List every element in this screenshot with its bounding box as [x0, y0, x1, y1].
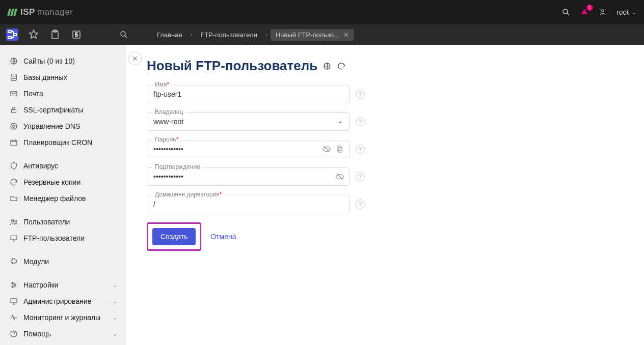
lock-icon: [9, 105, 18, 114]
svg-point-2: [602, 10, 604, 12]
logo-text-light: manager: [37, 7, 73, 17]
sidebar-item-label: Пользователи: [23, 218, 117, 226]
svg-rect-3: [8, 31, 11, 33]
sidebar: Сайты (0 из 10) Базы данных Почта SSL-се…: [0, 45, 126, 345]
svg-point-16: [11, 123, 17, 129]
sidebar-item-label: Сайты (0 из 10): [23, 57, 117, 65]
chevron-down-icon: ⌄: [113, 298, 117, 305]
svg-rect-21: [11, 236, 17, 240]
field-password: Пароль* ?: [147, 140, 366, 158]
breadcrumb-current[interactable]: Новый FTP-пользо... ✕: [271, 29, 354, 41]
sidebar-item-users[interactable]: Пользователи: [4, 214, 122, 230]
actions: Создать Отмена: [147, 222, 366, 251]
help-icon: [9, 329, 18, 338]
svg-line-11: [125, 36, 127, 38]
svg-line-1: [567, 13, 569, 15]
field-label: Домашняя директория*: [153, 191, 224, 198]
breadcrumb-mid[interactable]: FTP-пользователи: [195, 29, 262, 41]
dns-icon: [9, 122, 18, 131]
help-icon[interactable]: ?: [356, 199, 365, 209]
content: ✕ Новый FTP-пользователь Имя* ? Владелец: [126, 45, 644, 345]
chevron-right-icon: ›: [265, 31, 267, 38]
sidebar-item-label: Базы данных: [23, 73, 117, 81]
eye-icon[interactable]: [322, 145, 331, 154]
help-icon[interactable]: ?: [356, 90, 365, 99]
globe-small-icon[interactable]: [323, 62, 332, 71]
breadcrumb-home[interactable]: Главная: [152, 29, 187, 41]
bell-icon[interactable]: 1: [580, 8, 589, 17]
close-icon[interactable]: ✕: [343, 31, 349, 39]
ftp-icon: [9, 234, 18, 243]
sidebar-item-backups[interactable]: Резервные копии: [4, 174, 122, 190]
sidebar-item-settings[interactable]: Настройки ⌄: [4, 277, 122, 293]
field-label: Пароль*: [153, 136, 180, 143]
svg-rect-25: [11, 299, 17, 303]
sidebar-item-sites[interactable]: Сайты (0 из 10): [4, 53, 122, 69]
sub-search[interactable]: [111, 30, 137, 39]
chevron-down-icon: ⌄: [113, 282, 117, 289]
logo[interactable]: ISPmanager: [8, 7, 73, 17]
form: Имя* ? Владелец www-root ? Пароль*: [147, 85, 366, 251]
svg-point-22: [12, 282, 13, 283]
user-menu[interactable]: root ⌄: [616, 8, 636, 16]
page: Сайты (0 из 10) Базы данных Почта SSL-се…: [0, 45, 644, 345]
breadcrumb-current-label: Новый FTP-пользо...: [276, 31, 339, 39]
search-icon[interactable]: [561, 8, 571, 17]
svg-point-17: [13, 125, 15, 128]
sidebar-item-antivirus[interactable]: Антивирус: [4, 158, 122, 174]
sidebar-item-label: FTP-пользователи: [23, 234, 117, 242]
sidebar-item-label: Модули: [23, 257, 117, 266]
sidebar-item-mail[interactable]: Почта: [4, 85, 122, 102]
nav-tree-icon[interactable]: [6, 28, 18, 41]
clipboard-icon[interactable]: [49, 28, 61, 41]
svg-point-13: [11, 74, 17, 76]
database-icon: [9, 73, 18, 82]
star-icon[interactable]: [28, 28, 40, 41]
svg-rect-29: [337, 146, 341, 151]
sidebar-item-cron[interactable]: Планировщик CRON: [4, 134, 122, 151]
svg-rect-18: [11, 140, 17, 146]
close-panel-button[interactable]: ✕: [128, 52, 142, 65]
help-icon[interactable]: ?: [356, 117, 365, 126]
copy-icon[interactable]: [335, 145, 344, 154]
puzzle-icon: [9, 257, 18, 266]
mail-icon: [9, 89, 18, 98]
breadcrumb: Главная › FTP-пользователи › Новый FTP-п…: [137, 29, 354, 41]
sidebar-item-ssl[interactable]: SSL-сертификаты: [4, 102, 122, 118]
sidebar-item-label: Антивирус: [23, 162, 117, 170]
chevron-down-icon: ⌄: [632, 10, 636, 15]
page-title-text: Новый FTP-пользователь: [147, 58, 317, 74]
svg-point-10: [121, 32, 125, 36]
svg-point-24: [12, 286, 13, 288]
field-owner: Владелец www-root ?: [147, 112, 366, 131]
sidebar-item-dns[interactable]: Управление DNS: [4, 118, 122, 134]
svg-point-20: [15, 220, 17, 222]
svg-point-23: [14, 284, 15, 285]
sidebar-item-monitoring[interactable]: Мониторинг и журналы ⌄: [4, 309, 122, 326]
help-icon[interactable]: ?: [356, 172, 365, 181]
sidebar-item-help[interactable]: Помощь ⌄: [4, 326, 122, 342]
svg-point-0: [563, 9, 568, 14]
field-confirm: Подтверждение ?: [147, 167, 366, 186]
eye-icon[interactable]: [335, 172, 344, 181]
subbar: 5 Главная › FTP-пользователи › Новый FTP…: [0, 24, 644, 45]
number-5-icon[interactable]: 5: [70, 28, 83, 41]
calendar-icon: [9, 138, 18, 147]
refresh-small-icon[interactable]: [337, 62, 346, 71]
user-name: root: [616, 8, 629, 16]
svg-rect-15: [12, 109, 16, 112]
activity-icon: [9, 313, 18, 322]
name-input[interactable]: [147, 85, 350, 103]
sidebar-item-modules[interactable]: Модули: [4, 253, 122, 270]
field-label: Владелец: [153, 108, 185, 116]
person-icon[interactable]: [598, 8, 607, 17]
create-button[interactable]: Создать: [152, 228, 196, 245]
sidebar-item-databases[interactable]: Базы данных: [4, 69, 122, 85]
svg-rect-4: [8, 37, 11, 39]
sliders-icon: [9, 280, 18, 290]
cancel-button[interactable]: Отмена: [210, 233, 236, 241]
sidebar-item-admin[interactable]: Администрирование ⌄: [4, 293, 122, 309]
help-icon[interactable]: ?: [356, 145, 365, 154]
sidebar-item-ftpusers[interactable]: FTP-пользователи: [4, 230, 122, 246]
sidebar-item-filemanager[interactable]: Менеджер файлов: [4, 190, 122, 207]
